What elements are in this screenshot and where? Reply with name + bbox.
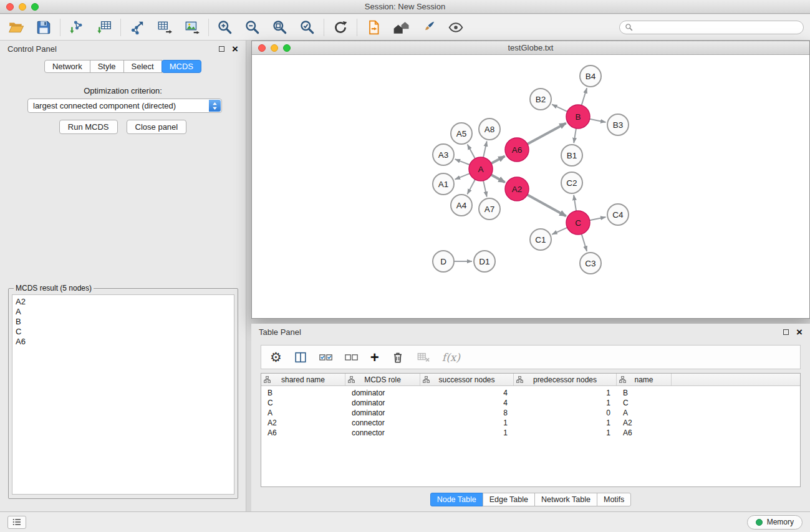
import-table-icon[interactable]	[96, 19, 112, 36]
open-file-icon[interactable]	[8, 19, 24, 36]
add-column-icon[interactable]: +	[370, 351, 379, 363]
delete-table-icon[interactable]	[417, 351, 430, 364]
table-settings-gear-icon[interactable]: ⚙	[270, 351, 282, 364]
zoom-traffic-light-icon[interactable]	[31, 3, 39, 11]
node-C3[interactable]: C3	[580, 253, 601, 274]
tab-node-table[interactable]: Node Table	[430, 493, 483, 506]
tab-style[interactable]: Style	[90, 60, 124, 73]
mcds-result-item[interactable]: C	[16, 327, 231, 337]
mcds-result-item[interactable]: B	[16, 317, 231, 327]
zoom-out-icon[interactable]	[244, 19, 261, 36]
edge-B-B4[interactable]	[582, 88, 587, 105]
network-window-titlebar[interactable]: testGlobe.txt	[252, 41, 809, 55]
column-header-name[interactable]: name	[617, 374, 672, 385]
edge-A2-C[interactable]	[528, 195, 566, 216]
tab-select[interactable]: Select	[123, 60, 162, 73]
mcds-result-item[interactable]: A6	[16, 337, 231, 347]
deselect-all-icon[interactable]	[345, 351, 359, 364]
column-header-mcds-role[interactable]: MCDS role	[345, 374, 420, 385]
node-A5[interactable]: A5	[451, 123, 472, 144]
mcds-result-item[interactable]: A	[16, 307, 231, 317]
network-zoom-traffic-light-icon[interactable]	[283, 44, 291, 52]
float-table-panel-icon[interactable]	[783, 329, 789, 335]
column-header-shared-name[interactable]: shared name	[261, 374, 345, 385]
eye-icon[interactable]	[448, 19, 464, 36]
node-C4[interactable]: C4	[607, 204, 629, 225]
edge-C-C2[interactable]	[574, 195, 576, 211]
node-B4[interactable]: B4	[580, 65, 601, 87]
tab-mcds[interactable]: MCDS	[162, 60, 201, 73]
node-C1[interactable]: C1	[530, 229, 551, 250]
close-table-panel-icon[interactable]: ×	[796, 327, 803, 337]
zoom-fit-icon[interactable]	[272, 19, 288, 36]
node-A1[interactable]: A1	[433, 173, 454, 195]
network-close-traffic-light-icon[interactable]	[258, 44, 266, 52]
table-row[interactable]: A2connector11A2	[261, 418, 800, 428]
close-panel-icon[interactable]: ×	[232, 44, 238, 54]
delete-column-icon[interactable]	[391, 351, 405, 364]
edge-A-A5[interactable]	[468, 145, 475, 159]
mcds-result-item[interactable]: A2	[16, 297, 231, 307]
network-canvas[interactable]: B4B2BB3B1A5A8A6A3AA1A2A4A7C2C4CC1C3DD1	[252, 56, 809, 318]
zoom-in-icon[interactable]	[217, 19, 233, 36]
tab-motifs[interactable]: Motifs	[597, 493, 631, 506]
node-B2[interactable]: B2	[530, 89, 551, 110]
edge-A-A1[interactable]	[455, 173, 470, 180]
node-A8[interactable]: A8	[479, 118, 500, 140]
tab-network-table[interactable]: Network Table	[534, 493, 597, 506]
node-C2[interactable]: C2	[561, 172, 582, 193]
refresh-layout-icon[interactable]	[332, 19, 349, 36]
home-layout-icon[interactable]	[393, 19, 409, 36]
search-box[interactable]	[619, 21, 804, 34]
edge-A-A3[interactable]	[455, 159, 470, 165]
tab-edge-table[interactable]: Edge Table	[483, 493, 535, 506]
edge-A-A7[interactable]	[483, 181, 487, 197]
node-C[interactable]: C	[566, 211, 590, 235]
tab-network[interactable]: Network	[44, 60, 90, 73]
node-B1[interactable]: B1	[561, 145, 582, 166]
edge-A-A6[interactable]	[491, 156, 505, 163]
close-traffic-light-icon[interactable]	[6, 3, 14, 11]
table-row[interactable]: Cdominator41C	[261, 398, 800, 408]
edge-C-C1[interactable]	[552, 228, 567, 235]
export-table-icon[interactable]	[157, 19, 173, 36]
network-canvas-area[interactable]: B4B2BB3B1A5A8A6A3AA1A2A4A7C2C4CC1C3DD1	[252, 56, 809, 318]
export-network-icon[interactable]	[129, 19, 145, 36]
node-A3[interactable]: A3	[433, 144, 454, 165]
close-panel-button[interactable]: Close panel	[127, 120, 187, 134]
edge-C-C4[interactable]	[590, 217, 606, 220]
run-mcds-button[interactable]: Run MCDS	[59, 120, 118, 134]
node-A[interactable]: A	[469, 157, 493, 181]
float-panel-icon[interactable]	[219, 46, 224, 52]
first-neighbors-icon[interactable]	[365, 19, 382, 36]
network-minimize-traffic-light-icon[interactable]	[271, 44, 278, 52]
show-columns-icon[interactable]	[294, 351, 307, 364]
table-row[interactable]: Bdominator41B	[261, 388, 800, 398]
edge-B-B2[interactable]	[552, 104, 567, 112]
function-builder-icon[interactable]: f(x)	[442, 351, 460, 364]
edge-A6-B[interactable]	[528, 123, 566, 143]
export-image-icon[interactable]	[184, 19, 200, 36]
edge-A-A2[interactable]	[491, 175, 505, 182]
table-row[interactable]: Adominator80A	[261, 408, 800, 418]
edge-A-A4[interactable]	[467, 180, 475, 195]
column-header-predecessor-nodes[interactable]: predecessor nodes	[514, 374, 617, 385]
node-D1[interactable]: D1	[474, 251, 495, 272]
save-session-icon[interactable]	[36, 19, 52, 36]
node-A6[interactable]: A6	[505, 138, 529, 162]
edge-B-B1[interactable]	[574, 128, 576, 143]
style-brush-icon[interactable]	[420, 19, 436, 36]
import-network-icon[interactable]	[69, 19, 85, 36]
node-D[interactable]: D	[433, 251, 454, 272]
optimization-criterion-select[interactable]: largest connected component (directed)	[27, 99, 222, 113]
node-A7[interactable]: A7	[479, 198, 500, 220]
panel-list-button[interactable]	[7, 516, 26, 529]
node-A2[interactable]: A2	[505, 177, 529, 201]
zoom-selected-icon[interactable]	[299, 19, 316, 36]
table-row[interactable]: A6connector11A6	[261, 428, 800, 438]
node-B3[interactable]: B3	[607, 114, 629, 135]
edge-B-B3[interactable]	[590, 119, 606, 122]
mcds-result-list[interactable]: A2ABCA6	[12, 294, 234, 495]
edge-A-A8[interactable]	[483, 142, 487, 158]
minimize-traffic-light-icon[interactable]	[19, 3, 26, 11]
